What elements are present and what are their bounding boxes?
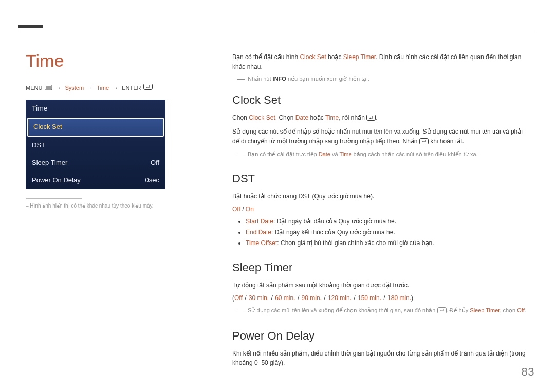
text: , chọn <box>499 307 517 313</box>
osd-item-label: Power On Delay <box>32 175 81 185</box>
decor-top-rule <box>18 32 536 32</box>
svg-marker-7 <box>369 118 371 119</box>
enter-icon <box>419 138 429 147</box>
osd-item-clock-set[interactable]: Clock Set <box>27 118 164 136</box>
text: hoặc <box>308 114 325 121</box>
osd-panel: Time Clock Set DST Sleep Timer Off Power… <box>26 100 165 189</box>
svg-rect-6 <box>367 115 376 121</box>
note-clock-set: ― Bạn có thể cài đặt trực tiếp Date và T… <box>237 150 530 159</box>
term: Clock Set <box>249 114 275 121</box>
text: Chọn <box>232 114 249 121</box>
note-dash-icon: ― <box>237 151 245 159</box>
menu-icon <box>45 84 52 92</box>
breadcrumb-system: System <box>65 84 84 92</box>
osd-item-dst[interactable]: DST <box>26 137 165 154</box>
term: Time <box>325 114 339 121</box>
osd-item-power-on-delay[interactable]: Power On Delay 0sec <box>26 172 165 189</box>
text: . Chọn <box>275 114 295 121</box>
osd-item-label: DST <box>32 140 45 151</box>
intro-paragraph: Bạn có thể đặt cấu hình Clock Set hoặc S… <box>232 52 530 71</box>
text: Bạn có thể cài đặt trực tiếp <box>248 151 319 157</box>
term-clock-set: Clock Set <box>300 53 326 61</box>
slash: / <box>322 294 327 302</box>
opt: 30 min. <box>249 294 269 302</box>
text: : Đặt ngày kết thúc của Quy ước giờ mùa … <box>271 229 395 236</box>
heading-clock-set: Clock Set <box>232 91 530 109</box>
list-item: End Date: Đặt ngày kết thúc của Quy ước … <box>246 228 530 237</box>
opt-off: Off <box>232 206 240 213</box>
breadcrumb-time: Time <box>97 84 109 92</box>
enter-icon <box>366 114 376 124</box>
slash: / <box>243 294 248 302</box>
dst-p1: Bật hoặc tắt chức năng DST (Quy ước giờ … <box>232 192 530 201</box>
slash: / <box>352 294 357 302</box>
text: Sử dụng các mũi tên lên và xuống để chọn… <box>248 307 437 313</box>
page-title: Time <box>26 47 190 74</box>
sleep-timer-p1: Tự động tắt sản phẩm sau một khoảng thời… <box>232 281 530 290</box>
breadcrumb: MENU → System → Time → ENTER <box>26 84 190 92</box>
term: End Date <box>246 229 271 236</box>
text: : Đặt ngày bắt đầu của Quy ước giờ mùa h… <box>273 218 396 225</box>
breadcrumb-arrow: → <box>113 84 118 92</box>
term: Time <box>340 151 352 157</box>
text: , rồi nhấn <box>339 114 366 121</box>
opt: 120 min. <box>328 294 351 302</box>
clock-set-p2: Sử dụng các nút số để nhập số hoặc nhấn … <box>232 127 530 147</box>
text: : Chọn giá trị bù thời gian chính xác ch… <box>277 239 434 247</box>
heading-dst: DST <box>232 170 530 188</box>
text: và <box>330 151 340 157</box>
opt: 150 min. <box>358 294 381 302</box>
footnote-text: – Hình ảnh hiển thị có thể khác nhau tùy… <box>26 202 190 210</box>
osd-item-value: 0sec <box>145 175 159 185</box>
osd-item-value: Off <box>151 158 159 168</box>
term: Sleep Timer <box>470 307 499 313</box>
term: Off <box>517 307 524 313</box>
page-number: 83 <box>522 363 534 381</box>
svg-rect-8 <box>419 138 428 144</box>
clock-set-p1: Chọn Clock Set. Chọn Date hoặc Time, rồi… <box>232 113 530 124</box>
osd-item-label: Clock Set <box>33 122 62 132</box>
enter-icon <box>437 307 447 316</box>
breadcrumb-enter: ENTER <box>122 84 141 92</box>
text: Bạn có thể đặt cấu hình <box>232 53 300 61</box>
slash: / <box>240 206 246 213</box>
text: Nhấn nút <box>248 76 273 82</box>
enter-icon <box>143 84 153 92</box>
heading-power-on-delay: Power On Delay <box>232 327 530 345</box>
slash: / <box>382 294 387 302</box>
note-sleep-timer: ― Sử dụng các mũi tên lên và xuống để ch… <box>237 306 530 316</box>
breadcrumb-menu: MENU <box>26 84 42 92</box>
opt: 60 min. <box>275 294 295 302</box>
decor-thick-bar <box>18 25 43 28</box>
text: bằng cách nhấn các nút số trên điều khiể… <box>352 151 478 157</box>
term: Date <box>295 114 308 121</box>
text: khi hoàn tất. <box>429 138 464 145</box>
dst-list: Start Date: Đặt ngày bắt đầu của Quy ước… <box>232 217 530 248</box>
svg-marker-5 <box>146 86 147 88</box>
footnote-divider <box>26 198 82 199</box>
opt: 90 min. <box>302 294 322 302</box>
text: nếu bạn muốn xem giờ hiện tại. <box>286 76 369 82</box>
sleep-timer-options: (Off / 30 min. / 60 min. / 90 min. / 120… <box>232 293 530 303</box>
text: . Để hủy <box>447 307 470 313</box>
text: Sử dụng các nút số để nhập số hoặc nhấn … <box>232 128 523 145</box>
dst-options: Off / On <box>232 204 530 214</box>
svg-rect-10 <box>437 307 446 313</box>
note-info: ― Nhấn nút INFO nếu bạn muốn xem giờ hiệ… <box>237 74 530 83</box>
text: hoặc <box>326 53 343 61</box>
text: . <box>525 307 526 313</box>
breadcrumb-arrow: → <box>55 84 61 92</box>
svg-rect-4 <box>144 84 153 89</box>
osd-item-sleep-timer[interactable]: Sleep Timer Off <box>26 154 165 172</box>
term: Start Date <box>246 218 273 225</box>
svg-marker-11 <box>440 310 441 311</box>
power-on-delay-p1: Khi kết nối nhiều sản phẩm, điều chỉnh t… <box>232 349 530 368</box>
note-dash-icon: ― <box>237 307 245 316</box>
opt: Off <box>234 294 243 302</box>
term: Date <box>319 151 330 157</box>
osd-item-label: Sleep Timer <box>32 158 67 168</box>
opt-on: On <box>246 206 254 213</box>
term: Time Offset <box>246 239 277 247</box>
heading-sleep-timer: Sleep Timer <box>232 259 530 276</box>
breadcrumb-arrow: → <box>87 84 93 92</box>
